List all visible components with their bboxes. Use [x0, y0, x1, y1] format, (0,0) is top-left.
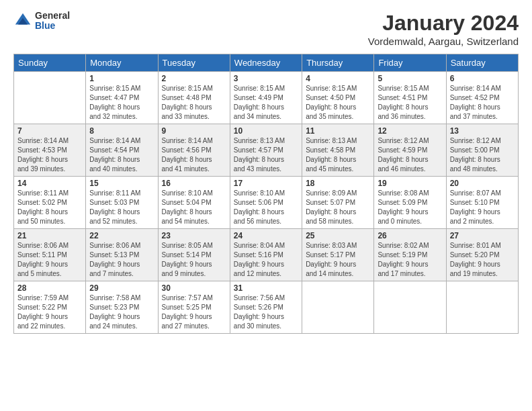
day-info: Sunrise: 8:07 AM Sunset: 5:10 PM Dayligh…	[450, 189, 515, 226]
calendar-cell: 17Sunrise: 8:10 AM Sunset: 5:06 PM Dayli…	[230, 177, 302, 229]
calendar-cell: 18Sunrise: 8:09 AM Sunset: 5:07 PM Dayli…	[302, 177, 374, 229]
calendar-cell: 16Sunrise: 8:10 AM Sunset: 5:04 PM Dayli…	[158, 177, 230, 229]
day-info: Sunrise: 8:12 AM Sunset: 4:59 PM Dayligh…	[378, 136, 442, 174]
day-number: 9	[162, 126, 226, 136]
calendar-header: SundayMondayTuesdayWednesdayThursdayFrid…	[14, 54, 519, 72]
calendar-cell: 15Sunrise: 8:11 AM Sunset: 5:03 PM Dayli…	[86, 177, 158, 229]
day-header-friday: Friday	[374, 54, 446, 72]
page: General Blue January 2024 Vordemwald, Aa…	[0, 0, 532, 411]
day-info: Sunrise: 8:13 AM Sunset: 4:57 PM Dayligh…	[234, 136, 298, 174]
day-header-saturday: Saturday	[446, 54, 518, 72]
calendar-cell: 19Sunrise: 8:08 AM Sunset: 5:09 PM Dayli…	[374, 177, 446, 229]
day-info: Sunrise: 8:04 AM Sunset: 5:16 PM Dayligh…	[234, 241, 298, 279]
month-title: January 2024	[368, 11, 519, 36]
calendar-cell: 25Sunrise: 8:03 AM Sunset: 5:17 PM Dayli…	[302, 229, 374, 281]
calendar-cell: 10Sunrise: 8:13 AM Sunset: 4:57 PM Dayli…	[230, 124, 302, 177]
calendar-cell: 24Sunrise: 8:04 AM Sunset: 5:16 PM Dayli…	[230, 229, 302, 281]
title-section: January 2024 Vordemwald, Aargau, Switzer…	[368, 11, 519, 47]
day-info: Sunrise: 8:13 AM Sunset: 4:58 PM Dayligh…	[306, 136, 370, 174]
day-number: 7	[17, 126, 82, 136]
calendar-cell: 31Sunrise: 7:56 AM Sunset: 5:26 PM Dayli…	[230, 281, 302, 334]
day-info: Sunrise: 8:06 AM Sunset: 5:13 PM Dayligh…	[89, 241, 154, 279]
calendar-cell: 14Sunrise: 8:11 AM Sunset: 5:02 PM Dayli…	[14, 177, 86, 229]
day-info: Sunrise: 8:09 AM Sunset: 5:07 PM Dayligh…	[306, 189, 370, 226]
day-info: Sunrise: 8:08 AM Sunset: 5:09 PM Dayligh…	[378, 189, 442, 226]
day-info: Sunrise: 8:15 AM Sunset: 4:50 PM Dayligh…	[306, 84, 370, 122]
day-number: 15	[89, 179, 154, 188]
day-info: Sunrise: 8:06 AM Sunset: 5:11 PM Dayligh…	[17, 241, 82, 279]
calendar-cell	[14, 72, 86, 124]
logo-blue: Blue	[35, 21, 70, 31]
day-info: Sunrise: 8:02 AM Sunset: 5:19 PM Dayligh…	[378, 241, 442, 279]
calendar-cell	[374, 281, 446, 334]
day-number: 3	[234, 74, 298, 83]
day-number: 13	[450, 126, 515, 136]
calendar-cell: 4Sunrise: 8:15 AM Sunset: 4:50 PM Daylig…	[302, 72, 374, 124]
calendar-cell: 12Sunrise: 8:12 AM Sunset: 4:59 PM Dayli…	[374, 124, 446, 177]
week-row-4: 21Sunrise: 8:06 AM Sunset: 5:11 PM Dayli…	[14, 229, 519, 281]
day-number: 20	[450, 179, 515, 188]
day-info: Sunrise: 8:14 AM Sunset: 4:53 PM Dayligh…	[17, 136, 82, 174]
week-row-5: 28Sunrise: 7:59 AM Sunset: 5:22 PM Dayli…	[14, 281, 519, 334]
calendar-cell	[446, 281, 518, 334]
calendar-cell: 30Sunrise: 7:57 AM Sunset: 5:25 PM Dayli…	[158, 281, 230, 334]
day-number: 18	[306, 179, 370, 188]
day-info: Sunrise: 8:11 AM Sunset: 5:03 PM Dayligh…	[89, 189, 154, 226]
day-number: 12	[378, 126, 442, 136]
day-number: 21	[17, 231, 82, 240]
calendar-cell: 27Sunrise: 8:01 AM Sunset: 5:20 PM Dayli…	[446, 229, 518, 281]
day-info: Sunrise: 7:58 AM Sunset: 5:23 PM Dayligh…	[89, 293, 154, 331]
calendar-cell: 9Sunrise: 8:14 AM Sunset: 4:56 PM Daylig…	[158, 124, 230, 177]
location: Vordemwald, Aargau, Switzerland	[368, 36, 519, 47]
day-info: Sunrise: 7:56 AM Sunset: 5:26 PM Dayligh…	[234, 293, 298, 331]
calendar-cell: 23Sunrise: 8:05 AM Sunset: 5:14 PM Dayli…	[158, 229, 230, 281]
day-number: 10	[234, 126, 298, 136]
day-header-monday: Monday	[86, 54, 158, 72]
calendar-cell: 13Sunrise: 8:12 AM Sunset: 5:00 PM Dayli…	[446, 124, 518, 177]
calendar-cell	[302, 281, 374, 334]
day-number: 1	[89, 74, 154, 83]
day-number: 2	[162, 74, 226, 83]
day-header-sunday: Sunday	[14, 54, 86, 72]
day-info: Sunrise: 8:14 AM Sunset: 4:52 PM Dayligh…	[450, 84, 515, 122]
calendar-cell: 20Sunrise: 8:07 AM Sunset: 5:10 PM Dayli…	[446, 177, 518, 229]
calendar-cell: 5Sunrise: 8:15 AM Sunset: 4:51 PM Daylig…	[374, 72, 446, 124]
day-number: 24	[234, 231, 298, 240]
day-number: 17	[234, 179, 298, 188]
day-number: 25	[306, 231, 370, 240]
day-info: Sunrise: 8:11 AM Sunset: 5:02 PM Dayligh…	[17, 189, 82, 226]
day-number: 26	[378, 231, 442, 240]
calendar-cell: 6Sunrise: 8:14 AM Sunset: 4:52 PM Daylig…	[446, 72, 518, 124]
logo-general: General	[35, 11, 70, 21]
day-number: 31	[234, 283, 298, 293]
day-number: 23	[162, 231, 226, 240]
week-row-2: 7Sunrise: 8:14 AM Sunset: 4:53 PM Daylig…	[14, 124, 519, 177]
calendar-cell: 26Sunrise: 8:02 AM Sunset: 5:19 PM Dayli…	[374, 229, 446, 281]
calendar-cell: 29Sunrise: 7:58 AM Sunset: 5:23 PM Dayli…	[86, 281, 158, 334]
day-number: 19	[378, 179, 442, 188]
day-number: 27	[450, 231, 515, 240]
day-info: Sunrise: 8:15 AM Sunset: 4:51 PM Dayligh…	[378, 84, 442, 122]
day-number: 22	[89, 231, 154, 240]
day-headers-row: SundayMondayTuesdayWednesdayThursdayFrid…	[14, 54, 519, 72]
day-number: 5	[378, 74, 442, 83]
calendar-cell: 22Sunrise: 8:06 AM Sunset: 5:13 PM Dayli…	[86, 229, 158, 281]
calendar-cell: 11Sunrise: 8:13 AM Sunset: 4:58 PM Dayli…	[302, 124, 374, 177]
logo: General Blue	[13, 11, 70, 32]
calendar-cell: 2Sunrise: 8:15 AM Sunset: 4:48 PM Daylig…	[158, 72, 230, 124]
day-number: 16	[162, 179, 226, 188]
day-info: Sunrise: 8:14 AM Sunset: 4:56 PM Dayligh…	[162, 136, 226, 174]
calendar-cell: 1Sunrise: 8:15 AM Sunset: 4:47 PM Daylig…	[86, 72, 158, 124]
day-info: Sunrise: 8:14 AM Sunset: 4:54 PM Dayligh…	[89, 136, 154, 174]
day-header-wednesday: Wednesday	[230, 54, 302, 72]
day-number: 14	[17, 179, 82, 188]
day-header-thursday: Thursday	[302, 54, 374, 72]
day-info: Sunrise: 8:12 AM Sunset: 5:00 PM Dayligh…	[450, 136, 515, 174]
day-number: 11	[306, 126, 370, 136]
day-number: 28	[17, 283, 82, 293]
week-row-3: 14Sunrise: 8:11 AM Sunset: 5:02 PM Dayli…	[14, 177, 519, 229]
calendar-cell: 8Sunrise: 8:14 AM Sunset: 4:54 PM Daylig…	[86, 124, 158, 177]
logo-icon	[13, 11, 32, 30]
logo-text: General Blue	[35, 11, 70, 32]
day-info: Sunrise: 7:59 AM Sunset: 5:22 PM Dayligh…	[17, 293, 82, 331]
